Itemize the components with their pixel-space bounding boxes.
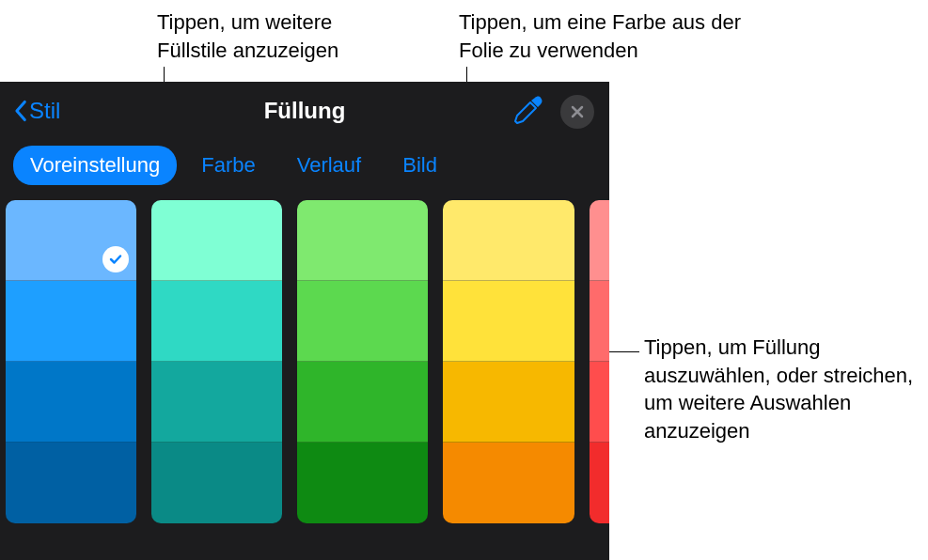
- tab-preset[interactable]: Voreinstellung: [13, 146, 177, 185]
- swatch[interactable]: [443, 443, 574, 523]
- panel-header: Stil Füllung: [0, 82, 609, 140]
- callout-right: Tippen, um Füllung auszuwählen, oder str…: [644, 334, 926, 445]
- fill-tabs: Voreinstellung Farbe Verlauf Bild: [0, 140, 609, 198]
- selected-checkmark: [102, 246, 129, 272]
- callout-top-left: Tippen, um weitere Füllstile anzuzeigen: [157, 8, 401, 64]
- swatch[interactable]: [590, 200, 609, 281]
- swatch[interactable]: [443, 200, 574, 281]
- swatch[interactable]: [151, 362, 282, 443]
- swatch[interactable]: [151, 200, 282, 281]
- swatch-grid[interactable]: [0, 198, 609, 523]
- eyedropper-icon: [511, 95, 543, 127]
- back-label: Stil: [29, 98, 60, 124]
- swatch-column: [297, 200, 428, 523]
- swatch[interactable]: [297, 281, 428, 362]
- swatch[interactable]: [443, 362, 574, 443]
- eyedropper-button[interactable]: [511, 95, 543, 127]
- panel-title: Füllung: [264, 98, 346, 124]
- swatch-column: [443, 200, 574, 523]
- tab-color[interactable]: Farbe: [184, 146, 272, 185]
- fill-panel: Stil Füllung Voreinstellung Farbe Verlau…: [0, 82, 609, 560]
- swatch-column-partial: [590, 200, 609, 523]
- swatch[interactable]: [443, 281, 574, 362]
- swatch[interactable]: [6, 200, 136, 281]
- close-icon: [570, 104, 585, 119]
- callout-top-right: Tippen, um eine Farbe aus der Folie zu v…: [459, 8, 750, 64]
- swatch[interactable]: [151, 281, 282, 362]
- swatch[interactable]: [6, 443, 136, 523]
- swatch[interactable]: [590, 362, 609, 443]
- swatch[interactable]: [297, 362, 428, 443]
- close-button[interactable]: [560, 95, 594, 129]
- swatch[interactable]: [6, 281, 136, 362]
- back-button[interactable]: Stil: [8, 94, 66, 128]
- tab-image[interactable]: Bild: [385, 146, 454, 185]
- swatch-column: [151, 200, 282, 523]
- tab-gradient[interactable]: Verlauf: [280, 146, 379, 185]
- swatch[interactable]: [590, 281, 609, 362]
- checkmark-icon: [108, 252, 123, 267]
- swatch[interactable]: [297, 200, 428, 281]
- swatch[interactable]: [151, 443, 282, 523]
- swatch[interactable]: [297, 443, 428, 523]
- swatch[interactable]: [590, 443, 609, 523]
- swatch[interactable]: [6, 362, 136, 443]
- swatch-column: [6, 200, 136, 523]
- chevron-left-icon: [13, 100, 27, 122]
